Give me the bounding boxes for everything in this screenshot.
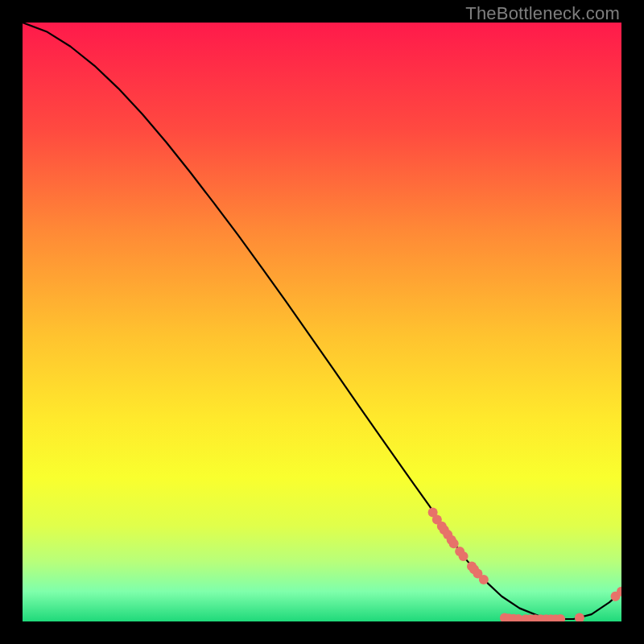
watermark-text: TheBottleneck.com xyxy=(465,3,620,24)
chart-frame xyxy=(23,23,621,621)
data-point xyxy=(459,551,469,561)
data-point xyxy=(449,539,459,548)
data-point xyxy=(479,575,489,584)
chart-svg xyxy=(23,23,621,621)
gradient-background xyxy=(23,23,621,621)
